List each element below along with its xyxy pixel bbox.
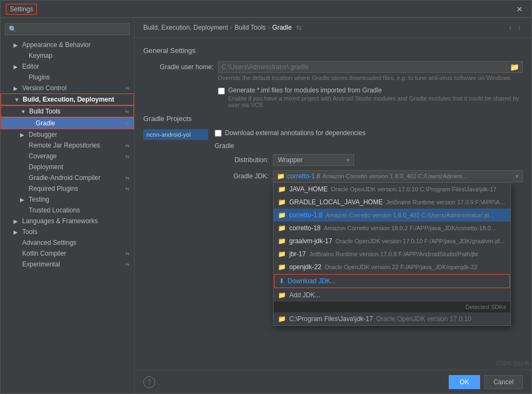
cancel-button[interactable]: Cancel [484, 375, 523, 389]
jdk-selected-name: corretto-1.8 [287, 172, 320, 180]
arrow-placeholder [20, 143, 26, 149]
sidebar-item-label: Keymap [29, 52, 52, 59]
sync-icon: ⇆ [125, 85, 130, 91]
distribution-label: Distribution: [215, 156, 269, 164]
chevron-right-icon: ▶ [14, 218, 20, 224]
sidebar-item-build-execution-deployment[interactable]: ▼ Build, Execution, Deployment [1, 94, 134, 105]
jdk-option-corretto-1-8[interactable]: 📁 corretto-1.8 Amazon Corretto version 1… [274, 209, 510, 222]
jdk-option-jbr-17[interactable]: 📁 jbr-17 JetBrains Runtime version 17.0.… [274, 248, 510, 261]
gradle-user-home-input-wrap: 📁 [218, 61, 523, 73]
jdk-folder-icon: 📁 [278, 185, 286, 193]
breadcrumb-sync-icon: ⇆ [296, 24, 302, 31]
sidebar-item-label: Experimental [22, 261, 60, 268]
main-header: Build, Execution, Deployment › Build Too… [135, 18, 531, 38]
jdk-option-java-home[interactable]: 📁 JAVA_HOME Oracle OpenJDK version 17.0.… [274, 183, 510, 196]
breadcrumb-part2[interactable]: Build Tools [235, 24, 266, 31]
sidebar-item-testing[interactable]: ▶ Testing [1, 194, 134, 205]
jdk-option-corretto-18[interactable]: 📁 corretto-18 Amazon Corretto version 18… [274, 222, 510, 235]
title-bar: Settings ✕ [1, 1, 531, 18]
chevron-right-icon: ▶ [14, 42, 20, 48]
distribution-select[interactable]: Wrapper Local installation Specified loc… [273, 154, 354, 166]
sidebar-item-languages-frameworks[interactable]: ▶ Languages & Frameworks [1, 216, 134, 226]
settings-window: Settings ✕ ▶ Appearance & Behavior Keyma… [0, 0, 532, 394]
download-jdk-label: Download JDK... [288, 277, 336, 285]
sidebar-item-remote-jar[interactable]: Remote Jar Repositories ⇆ [1, 140, 134, 151]
sidebar-item-label: Gradle-Android Compiler [29, 174, 101, 182]
download-external-checkbox[interactable] [215, 130, 222, 137]
download-jdk-option[interactable]: ⬇ Download JDK... [274, 274, 510, 288]
sidebar-item-label: Trusted Locations [29, 206, 80, 214]
sidebar-item-label: Coverage [29, 152, 57, 160]
sync-icon: ⇆ [125, 175, 130, 181]
sidebar-item-version-control[interactable]: ▶ Version Control ⇆ [1, 83, 134, 94]
sidebar-item-label: Advanced Settings [22, 239, 76, 246]
sidebar-item-kotlin-compiler[interactable]: Kotlin Compiler ⇆ [1, 248, 134, 259]
project-list: ncnn-android-yol [143, 129, 208, 186]
arrow-placeholder [20, 175, 26, 181]
sidebar-item-appearance-behavior[interactable]: ▶ Appearance & Behavior [1, 39, 134, 50]
generate-iml-row: Generate *.iml files for modules importe… [143, 86, 523, 108]
jdk-folder-icon: 📁 [278, 211, 286, 219]
download-icon: ⬇ [279, 277, 284, 285]
sidebar-item-trusted-locations[interactable]: Trusted Locations [1, 205, 134, 216]
sidebar-item-debugger[interactable]: ▶ Debugger [1, 129, 134, 140]
sidebar-item-keymap[interactable]: Keymap [1, 50, 134, 61]
sidebar-item-required-plugins[interactable]: Required Plugins ⇆ [1, 183, 134, 194]
chevron-right-icon: ▶ [14, 229, 20, 235]
nav-back-button[interactable]: ‹ [507, 22, 514, 33]
ok-button[interactable]: OK [449, 375, 480, 389]
browse-folder-button[interactable]: 📁 [506, 61, 523, 73]
sidebar-item-label: Deployment [29, 163, 63, 171]
help-button[interactable]: ? [143, 376, 155, 388]
distribution-select-wrap: Wrapper Local installation Specified loc… [273, 154, 354, 166]
add-jdk-label: Add JDK... [289, 291, 320, 299]
gradle-projects-section: ncnn-android-yol Download external annot… [143, 129, 523, 186]
sidebar-item-gradle[interactable]: Gradle ⇆ [1, 117, 134, 129]
jdk-option-gradle-local-java-home[interactable]: 📁 GRADLE_LOCAL_JAVA_HOME JetBrains Runti… [274, 196, 510, 209]
sync-icon: ⇆ [125, 186, 130, 191]
sync-icon: ⇆ [125, 109, 129, 114]
sidebar-item-build-tools[interactable]: ▼ Build Tools ⇆ [1, 105, 134, 117]
chevron-right-icon: ▶ [14, 85, 20, 91]
gradle-projects-title: Gradle Projects [143, 115, 523, 123]
detected-sdk-item[interactable]: 📁 C:\Program Files\Java\jdk-17 Oracle Op… [274, 312, 510, 325]
sidebar-item-gradle-android-compiler[interactable]: Gradle-Android Compiler ⇆ [1, 172, 134, 183]
jdk-folder-icon: 📁 [278, 263, 286, 271]
jdk-folder-icon: 📁 [278, 198, 286, 206]
close-button[interactable]: ✕ [513, 4, 526, 15]
arrow-placeholder [14, 251, 20, 257]
sdk-folder-icon: 📁 [278, 315, 286, 323]
gradle-user-home-wrap: 📁 Override the default location where Gr… [218, 61, 523, 81]
gradle-section-label: Gradle [215, 142, 523, 150]
sidebar-item-label: Tools [22, 228, 37, 236]
detected-sdks-label: Detected SDKs [274, 302, 510, 312]
jdk-selected-display[interactable]: 📁 corretto-1.8 Amazon Corretto version 1… [273, 170, 523, 182]
jdk-selected-icon: 📁 [277, 172, 285, 180]
jdk-dropdown-wrap: 📁 corretto-1.8 Amazon Corretto version 1… [273, 170, 523, 182]
sidebar-item-coverage[interactable]: Coverage ⇆ [1, 151, 134, 162]
sidebar-item-editor[interactable]: ▶ Editor [1, 61, 134, 72]
nav-forward-button[interactable]: › [516, 22, 523, 33]
jdk-option-graalvm[interactable]: 📁 graalvm-jdk-17 Oracle OpenJDK version … [274, 235, 510, 248]
sidebar-item-label: Testing [29, 196, 49, 203]
jdk-option-openjdk-22[interactable]: 📁 openjdk-22 Oracle OpenJDK version 22 F… [274, 261, 510, 273]
project-item[interactable]: ncnn-android-yol [143, 129, 208, 140]
generate-iml-checkbox[interactable] [218, 88, 225, 95]
sidebar-item-label: Remote Jar Repositories [29, 142, 100, 149]
sidebar-item-advanced-settings[interactable]: Advanced Settings [1, 237, 134, 248]
sidebar-item-plugins[interactable]: Plugins [1, 72, 134, 83]
gradle-user-home-input[interactable] [218, 61, 506, 73]
breadcrumb-part1[interactable]: Build, Execution, Deployment [143, 24, 228, 31]
generate-iml-wrap: Generate *.iml files for modules importe… [228, 86, 523, 108]
sidebar-item-deployment[interactable]: Deployment [1, 162, 134, 172]
add-jdk-option[interactable]: 📁 Add JDK... [274, 289, 510, 302]
sidebar-item-label: Languages & Frameworks [22, 217, 98, 225]
right-settings: Download external annotations for depend… [215, 129, 523, 186]
breadcrumb-arrow1: › [230, 24, 232, 31]
search-input[interactable] [5, 23, 130, 35]
sdk-path: C:\Program Files\Java\jdk-17 [289, 315, 373, 323]
sidebar-item-tools[interactable]: ▶ Tools [1, 226, 134, 237]
window-title: Settings [6, 4, 37, 15]
sidebar-item-experimental[interactable]: Experimental ⇆ [1, 259, 134, 270]
generate-iml-label: Generate *.iml files for modules importe… [228, 86, 523, 94]
